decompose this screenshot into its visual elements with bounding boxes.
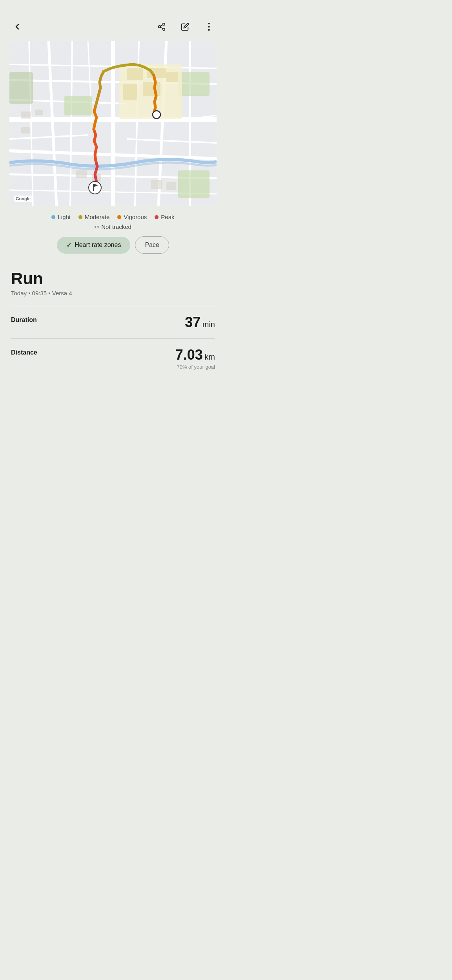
svg-rect-27	[64, 96, 92, 115]
more-button[interactable]	[201, 19, 217, 35]
map-container: Google	[9, 41, 217, 206]
svg-rect-43	[166, 182, 176, 190]
share-button[interactable]	[154, 19, 170, 35]
distance-unit: km	[204, 353, 215, 361]
svg-rect-35	[143, 82, 160, 96]
legend-peak-label: Peak	[161, 214, 174, 220]
map-background: Google	[9, 41, 217, 206]
legend-item-peak: Peak	[155, 214, 174, 220]
top-bar-right	[154, 19, 217, 35]
back-button[interactable]	[9, 19, 25, 35]
svg-line-3	[160, 27, 163, 29]
svg-rect-36	[166, 72, 178, 82]
legend-row: Light Moderate Vigorous Peak	[51, 214, 174, 220]
svg-line-4	[160, 25, 163, 26]
legend-item-light: Light	[51, 214, 71, 220]
svg-rect-42	[151, 180, 162, 189]
activity-subtitle: Today • 09:35 • Versa 4	[11, 290, 215, 296]
legend-item-vigorous: Vigorous	[117, 214, 147, 220]
not-tracked-icon	[95, 226, 99, 228]
distance-sub: 70% of your goal	[175, 364, 215, 370]
duration-stat-row: Duration 37 min	[11, 314, 215, 331]
legend-moderate-label: Moderate	[85, 214, 109, 220]
svg-rect-40	[76, 170, 87, 178]
svg-rect-29	[178, 170, 210, 198]
not-tracked-label: Not tracked	[101, 223, 131, 230]
svg-rect-39	[21, 127, 30, 133]
moderate-dot	[78, 215, 82, 219]
distance-value: 7.03 km 70% of your goal	[175, 347, 215, 370]
vigorous-dot	[117, 215, 121, 219]
svg-rect-38	[35, 110, 43, 115]
svg-rect-28	[178, 72, 210, 96]
svg-rect-32	[127, 68, 143, 80]
distance-number: 7.03	[175, 347, 203, 363]
top-bar	[0, 0, 226, 41]
legend-item-moderate: Moderate	[78, 214, 109, 220]
svg-rect-37	[21, 112, 31, 119]
activity-section: Run Today • 09:35 • Versa 4 Duration 37 …	[0, 263, 226, 387]
legend: Light Moderate Vigorous Peak Not tracked	[0, 214, 226, 230]
google-logo: Google	[14, 196, 32, 202]
pace-label: Pace	[145, 241, 159, 249]
svg-rect-34	[123, 84, 137, 100]
heart-rate-zones-label: Heart rate zones	[75, 241, 121, 249]
svg-rect-46	[93, 184, 94, 191]
svg-point-6	[208, 26, 210, 27]
divider-2	[11, 338, 215, 339]
duration-number: 37	[185, 314, 200, 330]
svg-rect-30	[9, 72, 33, 104]
activity-title: Run	[11, 269, 215, 288]
pace-button[interactable]: Pace	[135, 236, 169, 254]
top-bar-left	[9, 19, 25, 35]
svg-point-44	[153, 111, 160, 119]
legend-not-tracked: Not tracked	[95, 223, 131, 230]
legend-vigorous-label: Vigorous	[124, 214, 147, 220]
duration-value: 37 min	[185, 314, 215, 331]
distance-label: Distance	[11, 349, 37, 356]
duration-label: Duration	[11, 316, 37, 324]
heart-rate-zones-button[interactable]: ✓ Heart rate zones	[57, 237, 130, 254]
svg-point-5	[208, 23, 210, 24]
toggle-row: ✓ Heart rate zones Pace	[9, 236, 217, 254]
distance-stat-row: Distance 7.03 km 70% of your goal	[11, 347, 215, 370]
duration-unit: min	[202, 320, 215, 329]
peak-dot	[155, 215, 159, 219]
checkmark-icon: ✓	[66, 241, 71, 249]
legend-light-label: Light	[58, 214, 71, 220]
svg-point-45	[89, 181, 101, 194]
light-dot	[51, 215, 55, 219]
edit-button[interactable]	[177, 19, 193, 35]
svg-point-7	[208, 29, 210, 31]
divider-1	[11, 306, 215, 306]
